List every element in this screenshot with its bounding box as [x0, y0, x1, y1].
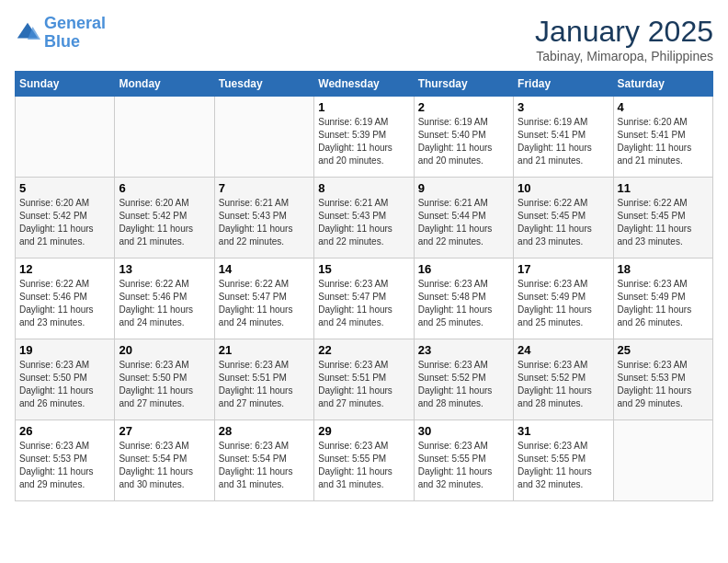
day-number: 12	[19, 262, 110, 276]
logo-line1: General	[44, 14, 106, 32]
day-info: Sunrise: 6:19 AMSunset: 5:41 PMDaylight:…	[518, 116, 609, 167]
calendar-cell: 20Sunrise: 6:23 AMSunset: 5:50 PMDayligh…	[115, 339, 214, 420]
day-info: Sunrise: 6:19 AMSunset: 5:39 PMDaylight:…	[318, 116, 409, 167]
calendar-week-row: 1Sunrise: 6:19 AMSunset: 5:39 PMDaylight…	[16, 97, 713, 178]
day-info: Sunrise: 6:23 AMSunset: 5:48 PMDaylight:…	[418, 278, 509, 329]
calendar-cell: 1Sunrise: 6:19 AMSunset: 5:39 PMDaylight…	[314, 97, 414, 178]
day-number: 31	[518, 424, 609, 438]
day-info: Sunrise: 6:20 AMSunset: 5:42 PMDaylight:…	[119, 197, 210, 248]
calendar-cell	[214, 97, 313, 178]
location-subtitle: Tabinay, Mimaropa, Philippines	[535, 49, 713, 63]
day-info: Sunrise: 6:23 AMSunset: 5:51 PMDaylight:…	[318, 359, 409, 410]
calendar-cell: 17Sunrise: 6:23 AMSunset: 5:49 PMDayligh…	[514, 259, 613, 339]
day-info: Sunrise: 6:21 AMSunset: 5:44 PMDaylight:…	[418, 197, 509, 248]
calendar-cell	[613, 420, 712, 501]
weekday-header: Sunday	[16, 72, 115, 97]
calendar-cell: 6Sunrise: 6:20 AMSunset: 5:42 PMDaylight…	[115, 178, 214, 259]
day-info: Sunrise: 6:22 AMSunset: 5:46 PMDaylight:…	[19, 278, 110, 329]
day-info: Sunrise: 6:23 AMSunset: 5:53 PMDaylight:…	[19, 440, 110, 491]
day-number: 20	[119, 343, 210, 357]
calendar-cell: 16Sunrise: 6:23 AMSunset: 5:48 PMDayligh…	[414, 259, 513, 339]
weekday-header: Thursday	[414, 72, 513, 97]
weekday-header: Tuesday	[214, 72, 313, 97]
day-info: Sunrise: 6:23 AMSunset: 5:52 PMDaylight:…	[418, 359, 509, 410]
day-info: Sunrise: 6:22 AMSunset: 5:45 PMDaylight:…	[518, 197, 609, 248]
calendar-cell: 22Sunrise: 6:23 AMSunset: 5:51 PMDayligh…	[314, 339, 414, 420]
day-number: 2	[418, 100, 509, 114]
day-number: 15	[318, 262, 409, 276]
day-number: 26	[19, 424, 110, 438]
day-number: 7	[219, 181, 310, 195]
month-title: January 2025	[535, 15, 713, 49]
calendar-cell: 5Sunrise: 6:20 AMSunset: 5:42 PMDaylight…	[16, 178, 115, 259]
day-info: Sunrise: 6:22 AMSunset: 5:47 PMDaylight:…	[219, 278, 310, 329]
day-number: 27	[119, 424, 210, 438]
calendar-cell: 21Sunrise: 6:23 AMSunset: 5:51 PMDayligh…	[214, 339, 313, 420]
day-number: 6	[119, 181, 210, 195]
calendar-week-row: 5Sunrise: 6:20 AMSunset: 5:42 PMDaylight…	[16, 178, 713, 259]
day-info: Sunrise: 6:21 AMSunset: 5:43 PMDaylight:…	[219, 197, 310, 248]
calendar-cell: 13Sunrise: 6:22 AMSunset: 5:46 PMDayligh…	[115, 259, 214, 339]
day-number: 30	[418, 424, 509, 438]
day-number: 16	[418, 262, 509, 276]
day-number: 22	[318, 343, 409, 357]
page-header: General Blue January 2025 Tabinay, Mimar…	[15, 15, 713, 63]
day-number: 29	[318, 424, 409, 438]
calendar-cell: 9Sunrise: 6:21 AMSunset: 5:44 PMDaylight…	[414, 178, 513, 259]
day-number: 11	[618, 181, 709, 195]
logo-line2: Blue	[44, 32, 80, 51]
calendar-cell: 8Sunrise: 6:21 AMSunset: 5:43 PMDaylight…	[314, 178, 414, 259]
weekday-header: Wednesday	[314, 72, 414, 97]
day-number: 4	[618, 100, 709, 114]
day-number: 21	[219, 343, 310, 357]
logo-icon	[15, 20, 40, 46]
calendar-cell	[115, 97, 214, 178]
calendar-week-row: 12Sunrise: 6:22 AMSunset: 5:46 PMDayligh…	[16, 259, 713, 339]
day-number: 8	[318, 181, 409, 195]
day-number: 14	[219, 262, 310, 276]
day-info: Sunrise: 6:23 AMSunset: 5:49 PMDaylight:…	[618, 278, 709, 329]
day-info: Sunrise: 6:20 AMSunset: 5:42 PMDaylight:…	[19, 197, 110, 248]
title-area: January 2025 Tabinay, Mimaropa, Philippi…	[535, 15, 713, 63]
day-number: 25	[618, 343, 709, 357]
calendar-cell: 26Sunrise: 6:23 AMSunset: 5:53 PMDayligh…	[16, 420, 115, 501]
calendar-cell: 18Sunrise: 6:23 AMSunset: 5:49 PMDayligh…	[613, 259, 712, 339]
day-info: Sunrise: 6:23 AMSunset: 5:53 PMDaylight:…	[618, 359, 709, 410]
day-info: Sunrise: 6:23 AMSunset: 5:52 PMDaylight:…	[518, 359, 609, 410]
day-info: Sunrise: 6:22 AMSunset: 5:45 PMDaylight:…	[618, 197, 709, 248]
day-number: 1	[318, 100, 409, 114]
day-info: Sunrise: 6:23 AMSunset: 5:54 PMDaylight:…	[219, 440, 310, 491]
calendar-cell	[16, 97, 115, 178]
day-info: Sunrise: 6:22 AMSunset: 5:46 PMDaylight:…	[119, 278, 210, 329]
day-info: Sunrise: 6:23 AMSunset: 5:55 PMDaylight:…	[418, 440, 509, 491]
day-number: 28	[219, 424, 310, 438]
day-number: 5	[19, 181, 110, 195]
calendar-table: SundayMondayTuesdayWednesdayThursdayFrid…	[15, 71, 713, 501]
day-info: Sunrise: 6:23 AMSunset: 5:54 PMDaylight:…	[119, 440, 210, 491]
day-info: Sunrise: 6:21 AMSunset: 5:43 PMDaylight:…	[318, 197, 409, 248]
calendar-cell: 4Sunrise: 6:20 AMSunset: 5:41 PMDaylight…	[613, 97, 712, 178]
calendar-cell: 15Sunrise: 6:23 AMSunset: 5:47 PMDayligh…	[314, 259, 414, 339]
day-info: Sunrise: 6:23 AMSunset: 5:47 PMDaylight:…	[318, 278, 409, 329]
calendar-cell: 29Sunrise: 6:23 AMSunset: 5:55 PMDayligh…	[314, 420, 414, 501]
calendar-cell: 19Sunrise: 6:23 AMSunset: 5:50 PMDayligh…	[16, 339, 115, 420]
calendar-cell: 30Sunrise: 6:23 AMSunset: 5:55 PMDayligh…	[414, 420, 513, 501]
calendar-cell: 31Sunrise: 6:23 AMSunset: 5:55 PMDayligh…	[514, 420, 613, 501]
day-number: 17	[518, 262, 609, 276]
day-number: 19	[19, 343, 110, 357]
weekday-header-row: SundayMondayTuesdayWednesdayThursdayFrid…	[16, 72, 713, 97]
calendar-cell: 27Sunrise: 6:23 AMSunset: 5:54 PMDayligh…	[115, 420, 214, 501]
calendar-week-row: 26Sunrise: 6:23 AMSunset: 5:53 PMDayligh…	[16, 420, 713, 501]
calendar-week-row: 19Sunrise: 6:23 AMSunset: 5:50 PMDayligh…	[16, 339, 713, 420]
day-info: Sunrise: 6:23 AMSunset: 5:51 PMDaylight:…	[219, 359, 310, 410]
calendar-cell: 11Sunrise: 6:22 AMSunset: 5:45 PMDayligh…	[613, 178, 712, 259]
day-info: Sunrise: 6:23 AMSunset: 5:49 PMDaylight:…	[518, 278, 609, 329]
calendar-cell: 14Sunrise: 6:22 AMSunset: 5:47 PMDayligh…	[214, 259, 313, 339]
day-number: 23	[418, 343, 509, 357]
day-info: Sunrise: 6:23 AMSunset: 5:55 PMDaylight:…	[318, 440, 409, 491]
logo: General Blue	[15, 15, 106, 52]
calendar-cell: 12Sunrise: 6:22 AMSunset: 5:46 PMDayligh…	[16, 259, 115, 339]
calendar-cell: 2Sunrise: 6:19 AMSunset: 5:40 PMDaylight…	[414, 97, 513, 178]
day-info: Sunrise: 6:23 AMSunset: 5:50 PMDaylight:…	[119, 359, 210, 410]
day-number: 18	[618, 262, 709, 276]
